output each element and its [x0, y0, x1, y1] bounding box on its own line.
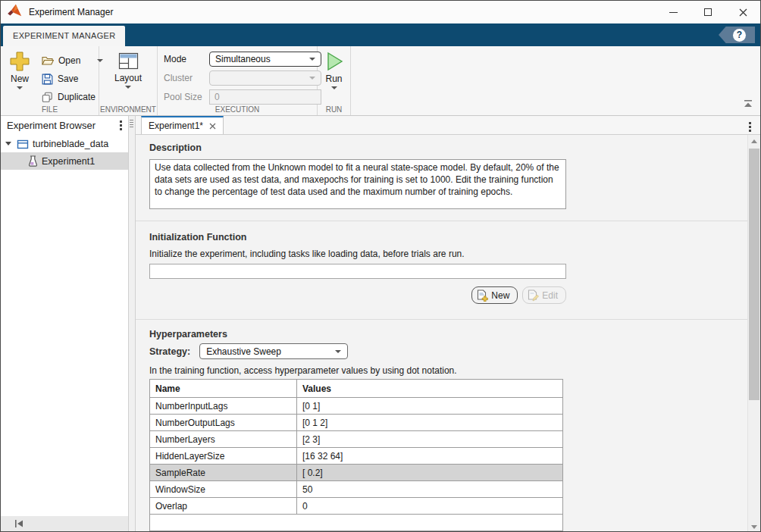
help-button[interactable]: ? — [719, 27, 755, 43]
param-values-cell[interactable]: 0 — [297, 498, 563, 515]
param-name-cell[interactable]: WindowSize — [150, 481, 297, 498]
layout-icon — [118, 52, 139, 70]
cluster-dropdown[interactable] — [209, 70, 321, 86]
table-header-row: Name Values — [150, 380, 563, 398]
mode-dropdown[interactable]: Simultaneous — [209, 52, 321, 67]
maximize-button[interactable] — [691, 1, 725, 23]
table-row[interactable]: HiddenLayerSize [16 32 64] — [150, 448, 563, 465]
document-menu-button[interactable] — [746, 119, 754, 135]
run-button[interactable]: Run — [322, 50, 346, 103]
experiment-browser-panel: Experiment Browser turbineblade_data Exp… — [1, 116, 128, 532]
tree-item-project[interactable]: turbineblade_data — [1, 135, 128, 152]
layout-button[interactable]: Layout — [111, 50, 145, 103]
param-name-cell[interactable]: NumberInputLags — [150, 398, 297, 415]
scroll-up-button[interactable] — [748, 135, 760, 147]
initialization-function-input[interactable] — [149, 264, 566, 279]
toolbar-section-execution: Mode Simultaneous Cluster Pool Size 0 EX… — [158, 46, 318, 115]
param-name-cell[interactable]: HiddenLayerSize — [150, 448, 297, 465]
strategy-label: Strategy: — [149, 346, 190, 357]
experiment-icon — [28, 155, 38, 167]
cluster-label: Cluster — [164, 73, 203, 83]
duplicate-button[interactable]: Duplicate — [39, 88, 106, 106]
new-function-button[interactable]: New — [471, 286, 518, 304]
param-values-cell[interactable]: [2 3] — [297, 431, 563, 448]
experiment-manager-window: Experiment Manager EXPERIMENT MANAGER ? … — [0, 0, 761, 532]
param-values-cell[interactable]: 50 — [297, 481, 563, 498]
mode-label: Mode — [164, 54, 203, 64]
toolbar: New Open — [1, 46, 760, 116]
save-button[interactable]: Save — [39, 70, 106, 88]
param-values-cell[interactable]: [0 1] — [297, 398, 563, 415]
mode-value: Simultaneous — [215, 54, 271, 64]
title-bar: Experiment Manager — [1, 1, 760, 23]
param-name-cell[interactable]: NumberOutputLags — [150, 415, 297, 431]
layout-caret-icon[interactable] — [125, 86, 131, 89]
new-function-label: New — [491, 290, 509, 301]
tab-close-icon[interactable] — [209, 123, 216, 130]
hyperparameters-table: Name Values NumberInputLags [0 1] Number… — [149, 379, 563, 531]
new-caret-icon[interactable] — [17, 86, 23, 89]
param-name-cell[interactable]: NumberLayers — [150, 431, 297, 448]
edit-function-button[interactable]: Edit — [522, 286, 566, 304]
project-icon — [17, 139, 29, 149]
edit-document-icon — [528, 289, 539, 302]
tree-expand-icon[interactable] — [5, 142, 11, 146]
description-textarea[interactable]: Use data collected from the Unknown mode… — [149, 159, 566, 209]
collapse-panel-button[interactable] — [14, 518, 24, 531]
strategy-value: Exhaustive Sweep — [206, 346, 281, 357]
table-row[interactable]: Overlap 0 — [150, 498, 563, 515]
minimize-icon — [669, 12, 678, 13]
section-divider — [136, 319, 747, 320]
sidebar-bottom-bar — [1, 516, 128, 532]
tree-item-experiment[interactable]: Experiment1 — [1, 152, 128, 170]
tree-item-label: Experiment1 — [42, 156, 95, 167]
tab-experiment1[interactable]: Experiment1* — [141, 116, 224, 134]
table-row[interactable]: NumberOutputLags [0 1 2] — [150, 415, 563, 431]
panel-splitter[interactable] — [128, 116, 136, 532]
table-row-selected[interactable]: SampleRate [ 0.2] — [150, 465, 563, 481]
empty-row-cell[interactable] — [150, 515, 563, 531]
file-section-label: FILE — [1, 105, 99, 114]
toolbar-section-environment: Layout ENVIRONMENT — [99, 46, 158, 115]
close-button[interactable] — [725, 1, 760, 23]
param-name-cell[interactable]: SampleRate — [150, 465, 297, 481]
table-row[interactable]: NumberInputLags [0 1] — [150, 398, 563, 415]
description-heading: Description — [149, 142, 747, 153]
ribbon-tab-strip: EXPERIMENT MANAGER ? — [1, 23, 760, 46]
hyperparameters-hint: In the training function, access hyperpa… — [149, 365, 747, 376]
cluster-caret-icon — [309, 77, 315, 80]
browser-menu-button[interactable] — [117, 117, 125, 133]
new-document-icon — [477, 289, 488, 302]
scroll-up-icon — [751, 139, 757, 143]
initialization-buttons: New Edit — [149, 286, 566, 304]
open-folder-icon — [42, 55, 54, 66]
open-button[interactable]: Open — [39, 52, 106, 70]
layout-label: Layout — [114, 73, 142, 83]
scroll-down-button[interactable] — [748, 521, 760, 532]
new-label: New — [11, 74, 29, 84]
param-values-cell[interactable]: [ 0.2] — [297, 465, 563, 481]
minimize-button[interactable] — [656, 1, 691, 23]
param-values-cell[interactable]: [0 1 2] — [297, 415, 563, 431]
run-caret-icon[interactable] — [331, 86, 337, 89]
strategy-dropdown[interactable]: Exhaustive Sweep — [199, 343, 348, 359]
environment-section-label: ENVIRONMENT — [99, 105, 157, 114]
table-row[interactable]: NumberLayers [2 3] — [150, 431, 563, 448]
column-header-name: Name — [150, 380, 297, 398]
vertical-scrollbar[interactable] — [747, 135, 760, 532]
param-values-cell[interactable]: [16 32 64] — [297, 448, 563, 465]
run-label: Run — [325, 74, 342, 84]
table-row[interactable]: WindowSize 50 — [150, 481, 563, 498]
document-tab-strip: Experiment1* — [136, 116, 760, 135]
scrollbar-thumb[interactable] — [749, 149, 759, 400]
new-button[interactable]: New — [7, 50, 33, 106]
duplicate-label: Duplicate — [58, 92, 96, 102]
poolsize-input[interactable]: 0 — [209, 89, 321, 105]
collapse-ribbon-button[interactable] — [744, 97, 753, 111]
run-section-label: RUN — [318, 105, 350, 114]
tab-experiment-manager[interactable]: EXPERIMENT MANAGER — [3, 26, 125, 46]
table-row-empty[interactable] — [150, 515, 563, 531]
run-icon — [325, 52, 343, 71]
param-name-cell[interactable]: Overlap — [150, 498, 297, 515]
matlab-logo-icon — [8, 4, 23, 20]
